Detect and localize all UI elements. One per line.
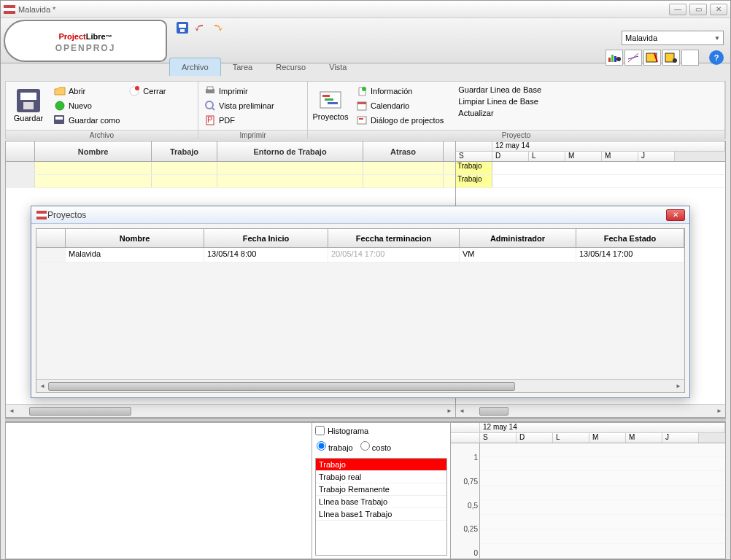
help-button[interactable]: ? — [709, 50, 724, 65]
svg-rect-37 — [359, 118, 363, 120]
pdf-icon: P — [204, 114, 216, 126]
tab-archivo[interactable]: Archivo — [169, 58, 221, 76]
list-item[interactable]: LInea base1 Trabajo — [316, 508, 446, 521]
pdf-button[interactable]: PPDF — [201, 114, 277, 127]
svg-point-14 — [673, 58, 677, 63]
close-button[interactable]: ✕ — [710, 4, 727, 15]
svg-rect-39 — [36, 214, 47, 217]
imprimir-button[interactable]: Imprimir — [201, 85, 277, 98]
measure-list[interactable]: Trabajo Trabajo real Trabajo Remanente L… — [315, 458, 447, 556]
dialog-icon — [356, 114, 368, 126]
dialogo-button[interactable]: Diálogo de projectos — [353, 114, 446, 127]
resource-view-icon[interactable] — [643, 50, 661, 66]
dcol-nombre[interactable]: Nombre — [66, 229, 204, 247]
guardar-button[interactable]: Guardar — [9, 85, 48, 127]
save-icon — [17, 89, 40, 112]
save-as-icon — [54, 114, 66, 126]
proyectos-dialog: Proyectos ✕ Nombre Fecha Inicio Feccha t… — [31, 206, 690, 398]
group-label-proyecto: Proyecto — [308, 130, 724, 140]
y-axis: 1 0,75 0,5 0,25 0 — [451, 443, 480, 559]
col-index[interactable] — [6, 141, 35, 161]
dialog-body: Nombre Fecha Inicio Feccha terminacion A… — [36, 228, 685, 393]
limpiar-linea-button[interactable]: Limpiar Linea de Base — [455, 96, 544, 106]
svg-rect-24 — [207, 87, 213, 90]
tab-tarea[interactable]: Tarea — [221, 58, 265, 76]
guardar-como-button[interactable]: Guardar como — [51, 114, 123, 127]
print-icon — [204, 85, 216, 97]
chart-view-icon[interactable] — [606, 50, 623, 66]
folder-open-icon — [54, 85, 66, 97]
dcol-inicio[interactable]: Fecha Inicio — [204, 229, 328, 247]
dialog-title: Proyectos — [47, 210, 666, 220]
new-icon — [54, 100, 66, 112]
list-item[interactable]: Trabajo — [316, 459, 446, 471]
ribbon-tabs: Archivo Tarea Recurso Vista — [169, 55, 358, 76]
trabajo-radio[interactable]: trabajo — [317, 441, 353, 452]
app-icon — [4, 5, 15, 14]
dcol-estado[interactable]: Fecha Estado — [576, 229, 684, 247]
col-nombre[interactable]: Nombre — [35, 141, 152, 161]
svg-text:P: P — [207, 115, 212, 124]
svg-point-22 — [135, 86, 139, 90]
list-item[interactable]: Trabajo Remanente — [316, 483, 446, 496]
network-view-icon[interactable] — [624, 50, 642, 66]
abrir-button[interactable]: Abrir — [51, 85, 123, 98]
blank-view-icon[interactable] — [681, 50, 699, 66]
lower-right: 12 may 14 S D L M M J 1 0,75 — [451, 423, 725, 559]
minimize-button[interactable]: — — [669, 4, 686, 15]
nuevo-button[interactable]: Nuevo — [51, 99, 123, 112]
grid-scrollbar[interactable] — [6, 404, 455, 417]
svg-rect-4 — [180, 29, 185, 32]
guardar-linea-button[interactable]: Guardar Linea de Base — [455, 85, 544, 95]
informacion-button[interactable]: Información — [353, 85, 446, 98]
maximize-button[interactable]: ▭ — [689, 4, 707, 15]
dcol-admin[interactable]: Administrador — [460, 229, 576, 247]
project-selector[interactable]: Malavida — [622, 31, 724, 45]
svg-rect-20 — [55, 117, 63, 120]
col-entorno[interactable]: Entorno de Trabajo — [217, 141, 363, 161]
histogram-grid[interactable] — [6, 423, 312, 559]
grid-headers: Nombre Trabajo Entorno de Trabajo Atraso — [6, 141, 455, 162]
svg-line-10 — [628, 56, 638, 59]
gantt-scrollbar[interactable] — [456, 404, 725, 417]
redo-icon[interactable] — [211, 21, 224, 34]
cerrar-button[interactable]: Cerrar — [125, 85, 169, 98]
tab-recurso[interactable]: Recurso — [264, 58, 317, 76]
tab-vista[interactable]: Vista — [317, 58, 358, 76]
dialog-titlebar[interactable]: Proyectos ✕ — [31, 206, 689, 224]
svg-rect-5 — [608, 58, 611, 62]
logo: ProjectLibre™ OPENPROJ — [4, 20, 167, 62]
histogram-controls: Histograma trabajo costo Trabajo Trabajo… — [312, 423, 450, 559]
undo-icon[interactable] — [193, 21, 206, 34]
save-icon[interactable] — [176, 21, 189, 34]
info-icon — [356, 85, 368, 97]
svg-rect-36 — [357, 117, 366, 124]
window-title: Malavida * — [18, 5, 669, 14]
histogram-chart: 1 0,75 0,5 0,25 0 — [451, 443, 725, 559]
list-item[interactable]: LInea base Trabajo — [316, 496, 446, 508]
svg-line-26 — [212, 108, 214, 110]
actualizar-button[interactable]: Actualizar — [455, 108, 544, 118]
vista-preliminar-button[interactable]: Vista preliminar — [201, 99, 277, 112]
histograma-checkbox[interactable]: Histograma — [315, 426, 447, 435]
col-atraso[interactable]: Atraso — [363, 141, 444, 161]
svg-point-25 — [206, 101, 213, 109]
calendario-button[interactable]: Calendario — [353, 99, 446, 112]
list-item[interactable]: Trabajo real — [316, 471, 446, 483]
report-view-icon[interactable] — [662, 50, 680, 66]
dialog-icon — [36, 209, 47, 221]
table-row[interactable]: Malavida 13/05/14 8:00 20/05/14 17:00 VM… — [36, 248, 684, 262]
dcol-index[interactable] — [36, 229, 66, 247]
group-label-archivo: Archivo — [6, 130, 198, 140]
dcol-terminacion[interactable]: Feccha terminacion — [328, 229, 460, 247]
plot-area[interactable] — [480, 443, 725, 559]
costo-radio[interactable]: costo — [360, 441, 391, 452]
col-trabajo[interactable]: Trabajo — [152, 141, 217, 161]
projects-icon — [319, 90, 342, 111]
dialog-scrollbar[interactable]: ◄ ► — [36, 379, 684, 392]
view-toolbar: ? — [606, 50, 724, 66]
dialog-close-button[interactable]: ✕ — [666, 209, 685, 221]
dialog-headers: Nombre Fecha Inicio Feccha terminacion A… — [36, 229, 684, 248]
svg-rect-35 — [357, 102, 366, 104]
proyectos-button[interactable]: Proyectos — [311, 85, 350, 127]
